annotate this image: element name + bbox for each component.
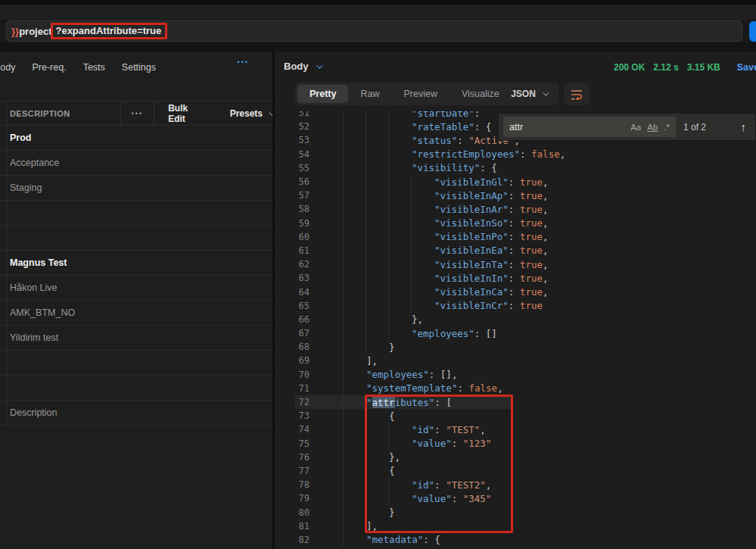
line-number: 59 bbox=[275, 218, 321, 229]
tab-tests[interactable]: Tests bbox=[83, 62, 105, 73]
format-dropdown[interactable]: JSON bbox=[499, 83, 558, 105]
response-meta-row: Body 200 OK 2.12 s 3.15 KB Save bbox=[275, 59, 756, 76]
indent-guides bbox=[321, 148, 389, 161]
indent-guides bbox=[321, 271, 412, 285]
response-code-viewer[interactable]: 51"startDate": 52"rateTable": {53"status… bbox=[275, 111, 756, 549]
url-input[interactable]: }}project?expandAttribute=true bbox=[6, 20, 742, 42]
save-response-button[interactable]: Save bbox=[737, 62, 756, 73]
indent-guides bbox=[321, 437, 389, 451]
line-number: 53 bbox=[275, 135, 321, 145]
code-token: "restrictEmployees" bbox=[412, 148, 520, 160]
status-badge[interactable]: 200 OK bbox=[614, 62, 645, 73]
table-row[interactable]: Magnus Test bbox=[0, 251, 273, 276]
view-tab-raw[interactable]: Raw bbox=[348, 85, 391, 103]
code-token: , bbox=[543, 176, 549, 188]
code-token: "TEST" bbox=[446, 424, 480, 435]
code-token: , bbox=[543, 286, 549, 298]
send-button[interactable] bbox=[749, 21, 756, 42]
line-number: 78 bbox=[275, 479, 321, 490]
tab-settings[interactable]: Settings bbox=[122, 62, 156, 73]
indent-guides bbox=[321, 313, 389, 326]
line-number: 76 bbox=[275, 452, 321, 463]
line-number: 62 bbox=[275, 259, 321, 270]
code-lines: 51"startDate": 52"rateTable": {53"status… bbox=[275, 111, 756, 547]
code-token: , bbox=[543, 245, 549, 256]
table-row[interactable]: Prod bbox=[0, 126, 273, 151]
indent-guides bbox=[321, 464, 366, 478]
code-line: 65"visibleInCr": true bbox=[275, 299, 756, 313]
code-token: } bbox=[389, 342, 395, 353]
code-token: : { bbox=[423, 534, 440, 545]
table-row[interactable]: Description bbox=[0, 401, 273, 426]
find-input[interactable]: attr Aa Ab .* bbox=[503, 117, 676, 137]
tab-body[interactable]: Body bbox=[0, 62, 16, 73]
match-case-icon[interactable]: Aa bbox=[630, 123, 641, 132]
word-wrap-icon bbox=[570, 89, 583, 100]
code-token: : bbox=[452, 493, 463, 504]
line-number: 81 bbox=[275, 521, 321, 532]
indent-guides bbox=[321, 451, 366, 464]
response-time[interactable]: 2.12 s bbox=[653, 62, 678, 73]
view-tab-pretty[interactable]: Pretty bbox=[297, 85, 348, 103]
table-row[interactable] bbox=[0, 201, 273, 226]
code-token: : [], bbox=[429, 369, 458, 380]
code-token: , bbox=[486, 479, 492, 491]
code-token: false bbox=[468, 382, 497, 394]
line-number: 64 bbox=[275, 287, 321, 298]
code-token: , bbox=[543, 231, 549, 242]
wrap-text-button[interactable] bbox=[564, 83, 590, 105]
line-number: 67 bbox=[275, 328, 321, 338]
find-match-count: 1 of 2 bbox=[683, 122, 706, 133]
line-number: 52 bbox=[275, 121, 321, 132]
code-line: 78"id": "TEST2", bbox=[275, 478, 756, 491]
view-tab-preview[interactable]: Preview bbox=[391, 85, 449, 103]
params-rows: ProdAcceptanceStagingMagnus TestHåkon Li… bbox=[0, 126, 273, 426]
code-token: ], bbox=[366, 355, 378, 367]
response-size[interactable]: 3.15 KB bbox=[687, 62, 720, 73]
presets-label: Presets bbox=[230, 108, 263, 119]
code-token: : bbox=[509, 190, 520, 201]
table-row[interactable]: Acceptance bbox=[0, 151, 273, 176]
table-row[interactable]: Håkon Live bbox=[0, 276, 273, 301]
indent-guides bbox=[321, 409, 366, 423]
indent-guides bbox=[321, 326, 389, 340]
bulk-edit-button[interactable]: Bulk Edit bbox=[154, 103, 219, 124]
code-token: true bbox=[520, 217, 543, 229]
description-column-header: DESCRIPTION bbox=[0, 109, 120, 118]
column-divider bbox=[7, 101, 8, 426]
line-number: 79 bbox=[275, 493, 321, 504]
code-line: 72"attributes": [ bbox=[275, 395, 756, 409]
presets-dropdown[interactable]: Presets bbox=[219, 108, 273, 119]
chevron-down-icon bbox=[543, 89, 549, 95]
code-line: 77{ bbox=[275, 464, 756, 478]
regex-icon[interactable]: .* bbox=[664, 123, 670, 132]
find-previous-button[interactable]: ↑ bbox=[741, 120, 747, 133]
code-token: "employees" bbox=[412, 328, 474, 339]
line-number: 63 bbox=[275, 273, 321, 283]
whole-word-icon[interactable]: Ab bbox=[647, 123, 658, 132]
indent-guides bbox=[321, 478, 389, 491]
table-row[interactable]: Staging bbox=[0, 176, 273, 201]
response-body-dropdown[interactable]: Body bbox=[284, 61, 321, 72]
table-more-icon[interactable]: ••• bbox=[120, 110, 154, 117]
code-token: : [ bbox=[434, 397, 452, 408]
find-bar: attr Aa Ab .* 1 of 2 ↑ bbox=[498, 113, 756, 141]
table-row[interactable]: Yildirim test bbox=[0, 326, 273, 351]
response-status-cluster: 200 OK 2.12 s 3.15 KB Save bbox=[605, 59, 756, 76]
code-line: 68} bbox=[275, 340, 756, 354]
table-row[interactable]: AMK_BTM_NO bbox=[0, 301, 273, 326]
table-row[interactable] bbox=[0, 351, 273, 376]
line-number: 70 bbox=[275, 370, 321, 380]
tab-prereq[interactable]: Pre-req. bbox=[33, 62, 67, 73]
indent-guides bbox=[321, 368, 344, 382]
chevron-down-icon bbox=[316, 62, 322, 68]
indent-guides bbox=[321, 299, 412, 313]
table-row[interactable] bbox=[0, 376, 273, 401]
code-token: : { bbox=[474, 121, 492, 133]
url-variable-suffix: }} bbox=[11, 26, 19, 37]
code-line: 55"visibility": { bbox=[275, 161, 756, 175]
code-token: : bbox=[509, 273, 520, 284]
table-row[interactable] bbox=[0, 226, 273, 251]
indent-guides bbox=[321, 217, 412, 230]
more-options-icon[interactable]: ••• bbox=[238, 58, 249, 66]
